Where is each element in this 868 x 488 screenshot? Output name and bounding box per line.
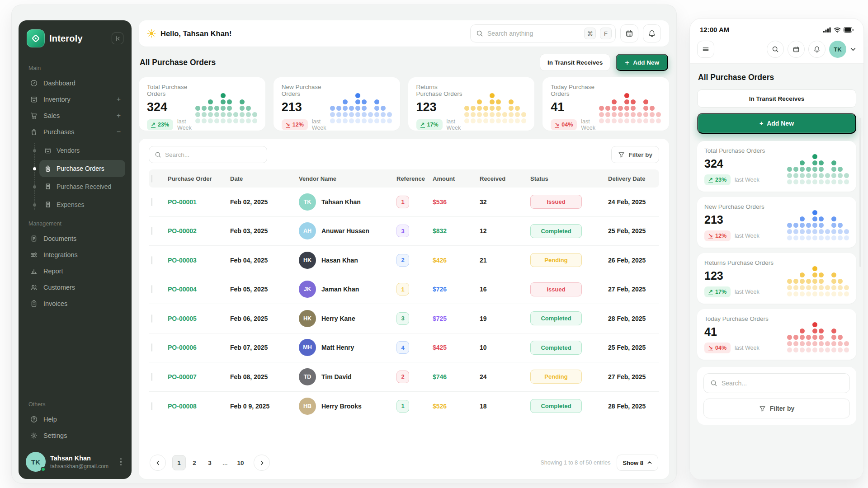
delivery-date: 28 Feb, 2025: [608, 403, 656, 410]
mobile-toolbar: TK: [690, 36, 863, 63]
mobile-status-bar: 12:00 AM: [690, 19, 863, 36]
select-all-checkbox[interactable]: [151, 175, 152, 183]
sidebar-item-integrations[interactable]: Integrations: [25, 247, 125, 263]
row-checkbox[interactable]: [151, 198, 152, 206]
sidebar-item-invoices[interactable]: Invoices: [25, 296, 125, 312]
stat-title: Today Purchase Orders: [551, 84, 599, 97]
vendor-cell: HB Herry Brooks: [299, 398, 396, 415]
mobile-search-button[interactable]: [767, 41, 784, 58]
trend-arrow-icon: ↘: [708, 345, 713, 352]
stat-value: 123: [704, 269, 774, 282]
reference-badge: 3: [396, 312, 409, 325]
row-checkbox[interactable]: [151, 227, 152, 235]
col-amount: Amount: [433, 175, 480, 182]
sidebar-item-sales[interactable]: Sales+: [25, 108, 125, 124]
hamburger-menu-button[interactable]: [697, 41, 714, 58]
mobile-page-title: All Purchase Orders: [698, 73, 855, 82]
vendor-avatar: TD: [299, 368, 316, 385]
stat-card: Today Purchase Orders 41 ↘ 04% last Week: [542, 77, 669, 131]
sidebar-item-purchases[interactable]: Purchases−: [25, 124, 125, 140]
in-transit-receives-button[interactable]: In Transit Receives: [540, 54, 610, 71]
purchase-received-icon: [44, 183, 52, 191]
page-button-10[interactable]: 10: [234, 455, 247, 470]
purchase-order-link[interactable]: PO-00006: [168, 344, 230, 351]
screen: Interoly MainDashboardInventory+Sales+Pu…: [0, 0, 868, 488]
row-checkbox[interactable]: [151, 256, 152, 264]
order-date: Feb 0 9, 2025: [230, 403, 299, 410]
customers-icon: [29, 283, 38, 291]
stat-card: Total Purchase Orders 324 ↗ 23% last Wee…: [697, 141, 856, 192]
chevron-down-icon[interactable]: [850, 46, 856, 52]
col-purchase-order: Purchase Order: [168, 175, 230, 182]
reference-badge: 1: [396, 283, 409, 296]
collapse-minus-icon[interactable]: −: [117, 128, 121, 136]
calendar-button[interactable]: [620, 24, 638, 42]
user-avatar: TK: [26, 452, 46, 472]
expand-plus-icon[interactable]: +: [117, 112, 121, 120]
sidebar-item-report[interactable]: Report: [25, 263, 125, 279]
show-per-page-button[interactable]: Show 8: [617, 455, 658, 471]
mobile-content: All Purchase Orders In Transit Receives …: [690, 63, 863, 479]
delivery-date: 25 Feb, 2025: [608, 227, 656, 235]
sidebar-item-purchase-received[interactable]: Purchase Received: [39, 178, 125, 195]
mobile-user-avatar[interactable]: TK: [829, 41, 846, 58]
row-checkbox[interactable]: [151, 343, 152, 352]
sidebar-collapse-icon[interactable]: [112, 33, 123, 44]
status-badge: Completed: [530, 341, 582, 355]
expand-plus-icon[interactable]: +: [117, 95, 121, 103]
purchase-order-link[interactable]: PO-00008: [168, 403, 230, 410]
sidebar-item-inventory[interactable]: Inventory+: [25, 91, 125, 108]
vendor-cell: MH Matt Henry: [299, 339, 396, 356]
status-badge: Pending: [530, 370, 582, 384]
page-button-1[interactable]: 1: [172, 455, 186, 470]
search-icon: [155, 151, 161, 158]
mobile-in-transit-button[interactable]: In Transit Receives: [697, 89, 856, 108]
stat-value: 41: [551, 100, 599, 114]
trend-arrow-icon: ↗: [420, 122, 425, 128]
mobile-filter-button[interactable]: Filter by: [703, 399, 850, 418]
purchase-order-link[interactable]: PO-00007: [168, 373, 230, 380]
brand-name: Interoly: [49, 33, 107, 44]
notifications-button[interactable]: [643, 24, 661, 42]
prev-page-button[interactable]: [150, 455, 166, 471]
mobile-scrollbar[interactable]: [859, 118, 861, 267]
purchase-order-link[interactable]: PO-00001: [168, 198, 230, 206]
purchase-order-link[interactable]: PO-00002: [168, 227, 230, 235]
mobile-add-new-button[interactable]: + Add New: [697, 113, 856, 134]
row-checkbox[interactable]: [151, 373, 152, 381]
add-new-button[interactable]: + Add New: [616, 54, 668, 71]
sidebar-item-documents[interactable]: Documents: [25, 230, 125, 247]
stat-period-label: last Week: [447, 118, 465, 131]
user-profile[interactable]: TK Tahsan Khan tahsankhan@gmail.com: [25, 450, 125, 472]
stat-card: Returns Purchase Orders 123 ↗ 17% last W…: [408, 77, 535, 131]
stat-title: New Purchase Orders: [282, 84, 330, 97]
sidebar-item-customers[interactable]: Customers: [25, 279, 125, 296]
table-search-input[interactable]: Search...: [149, 146, 267, 163]
top-header: Hello, Tahsan Khan! Search anything ⌘ F: [139, 20, 669, 47]
page-button-3[interactable]: 3: [203, 455, 217, 470]
mobile-notifications-button[interactable]: [808, 41, 826, 58]
row-checkbox[interactable]: [151, 314, 152, 323]
next-page-button[interactable]: [254, 455, 270, 471]
purchase-order-link[interactable]: PO-00004: [168, 286, 230, 293]
filter-by-button[interactable]: Filter by: [611, 146, 659, 163]
page-button-2[interactable]: 2: [188, 455, 201, 470]
sidebar-item-expenses[interactable]: Expenses: [39, 196, 125, 213]
user-menu-kebab-icon[interactable]: [118, 455, 125, 469]
mobile-table-search-input[interactable]: Search...: [703, 373, 850, 393]
global-search-input[interactable]: Search anything ⌘ F: [470, 24, 616, 42]
mobile-calendar-button[interactable]: [788, 41, 805, 58]
sidebar-item-settings[interactable]: Settings: [25, 427, 125, 444]
purchase-order-link[interactable]: PO-00003: [168, 257, 230, 264]
sidebar-item-purchase-orders[interactable]: Purchase Orders: [39, 160, 125, 177]
sidebar-item-dashboard[interactable]: Dashboard: [25, 75, 125, 91]
vendor-avatar: HB: [299, 398, 316, 415]
purchase-order-link[interactable]: PO-00005: [168, 315, 230, 322]
sidebar-item-help[interactable]: Help: [25, 411, 125, 427]
vendors-icon: [44, 146, 52, 155]
row-checkbox[interactable]: [151, 402, 152, 410]
row-checkbox[interactable]: [151, 285, 152, 293]
sidebar-item-vendors[interactable]: Vendors: [39, 142, 125, 159]
stat-delta-badge: ↗ 17%: [704, 286, 731, 297]
entries-summary: Showing 1 to 8 of 50 entries: [541, 460, 611, 466]
